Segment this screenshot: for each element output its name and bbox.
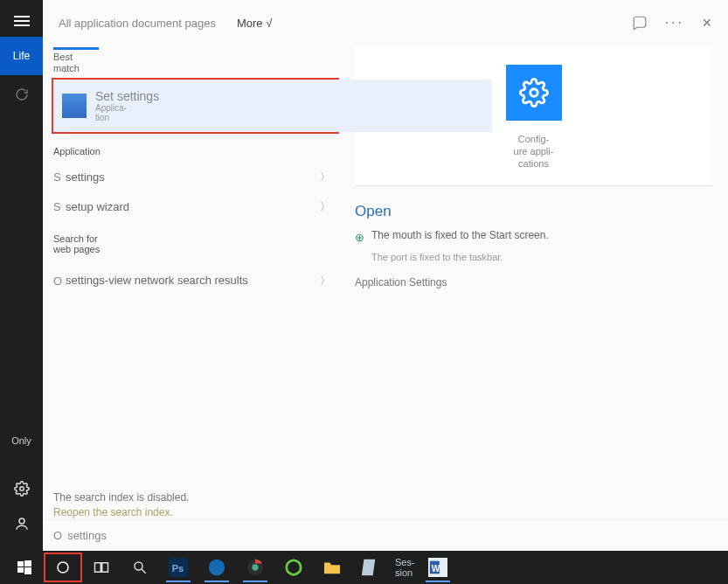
taskbar-app-explorer[interactable]: [313, 553, 351, 582]
task-view-button[interactable]: [82, 553, 121, 582]
search-value: settings: [67, 529, 107, 542]
taskbar: Ps Ses- sion W: [0, 551, 728, 584]
reopen-index-link[interactable]: Reopen the search index.: [52, 506, 339, 519]
svg-point-7: [58, 562, 68, 573]
svg-rect-18: [362, 560, 375, 575]
more-options-icon[interactable]: ···: [665, 15, 684, 31]
best-match-title: Set settings: [95, 89, 159, 103]
taskbar-app-browser[interactable]: [274, 553, 313, 582]
detail-caption-l3: cations: [514, 157, 554, 170]
detail-caption-l2: ure appli-: [514, 145, 554, 157]
rail-tile-life-label: Life: [13, 50, 30, 62]
best-match-sub-l1: Applica-: [95, 103, 159, 113]
search-icon[interactable]: [121, 553, 159, 582]
best-match-tile[interactable]: Set settings Applica- tion: [52, 78, 339, 134]
left-rail: Life Only: [0, 0, 43, 551]
feedback-icon[interactable]: [632, 15, 648, 31]
svg-point-16: [252, 564, 258, 570]
svg-text:Ps: Ps: [172, 563, 184, 574]
svg-point-0: [19, 487, 24, 491]
taskbar-app-notepad[interactable]: [351, 553, 390, 582]
rail-refresh-icon[interactable]: [15, 87, 29, 101]
chevron-right-icon: 〉: [320, 274, 339, 289]
taskbar-app-edge[interactable]: [198, 553, 236, 582]
svg-point-17: [287, 560, 302, 575]
open-link[interactable]: Open: [355, 203, 712, 220]
svg-rect-5: [17, 567, 24, 573]
svg-rect-4: [24, 560, 31, 567]
detail-caption-l1: Config-: [514, 133, 554, 145]
rail-tile-life[interactable]: Life: [0, 37, 43, 75]
svg-point-10: [135, 562, 142, 570]
svg-rect-6: [24, 567, 31, 574]
pin-to-start[interactable]: ⊕ The mouth is fixed to the Start screen…: [355, 229, 712, 244]
index-disabled-note: The search index is disabled.: [52, 491, 339, 504]
settings-app-icon: [62, 94, 87, 118]
result-setup-wizard[interactable]: S setup wizard 〉: [52, 191, 339, 221]
svg-rect-9: [102, 563, 108, 573]
cortana-button[interactable]: [44, 553, 82, 582]
filter-more[interactable]: More √: [237, 17, 272, 30]
svg-line-11: [142, 569, 146, 574]
rail-only-label: Only: [11, 435, 31, 446]
application-settings-link[interactable]: Application Settings: [355, 276, 712, 289]
svg-rect-3: [17, 561, 24, 567]
svg-point-1: [19, 518, 24, 524]
filter-bar: All application document pages More √ ··…: [43, 0, 728, 45]
gear-icon[interactable]: [14, 481, 30, 497]
section-web: Search for web pages: [53, 233, 339, 254]
results-column: Best match Set settings Applica- tion Ap…: [43, 45, 344, 519]
hamburger-icon[interactable]: [14, 16, 30, 26]
chevron-right-icon: 〉: [320, 170, 339, 184]
taskbar-app-photoshop[interactable]: Ps: [159, 553, 198, 582]
close-icon[interactable]: ✕: [702, 16, 712, 30]
taskbar-app-word[interactable]: W: [419, 553, 457, 582]
taskbar-app-chrome[interactable]: [236, 553, 274, 582]
svg-rect-8: [95, 563, 101, 573]
best-match-header: Best match: [53, 47, 339, 74]
search-panel: All application document pages More √ ··…: [43, 0, 728, 551]
person-icon[interactable]: [14, 516, 30, 532]
best-match-sub-l2: tion: [95, 113, 159, 122]
start-button[interactable]: [5, 553, 44, 582]
chevron-right-icon: 〉: [320, 199, 339, 214]
settings-gear-icon: [506, 65, 562, 121]
result-settings[interactable]: S settings 〉: [52, 162, 339, 191]
pin-icon: ⊕: [355, 231, 364, 244]
search-lead: O: [53, 529, 62, 542]
result-network-search[interactable]: O settings-view network search results 〉: [52, 260, 339, 302]
svg-point-14: [209, 560, 225, 575]
filter-all[interactable]: All application document pages: [59, 17, 216, 30]
section-application: Application: [53, 146, 339, 156]
search-input-row[interactable]: O settings: [43, 519, 728, 551]
svg-text:W: W: [431, 564, 440, 574]
pin-to-taskbar[interactable]: ⊕ The port is fixed to the taskbar.: [355, 251, 712, 266]
taskbar-app-session[interactable]: Ses- sion: [390, 553, 419, 582]
svg-point-2: [530, 89, 537, 97]
